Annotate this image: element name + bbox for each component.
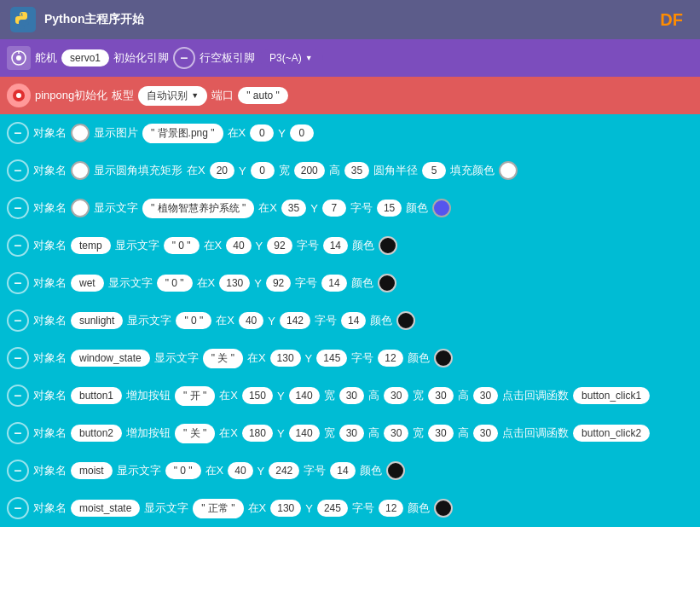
fsval-3[interactable]: 14 — [323, 237, 348, 254]
obj-pill-10[interactable]: moist_state — [71, 500, 140, 517]
xval-7[interactable]: 150 — [242, 387, 273, 404]
xval-2[interactable]: 35 — [281, 200, 306, 217]
value-pill-5[interactable]: " 0 " — [176, 312, 211, 329]
minus-icon-8[interactable]: – — [7, 422, 29, 444]
hval-1[interactable]: 35 — [344, 162, 369, 179]
yval-7[interactable]: 140 — [289, 387, 320, 404]
auto-recognize-dropdown[interactable]: 自动识别 ▼ — [138, 86, 207, 106]
prefix-5: 对象名 — [33, 313, 67, 328]
obj-pill-7[interactable]: button1 — [71, 387, 122, 404]
value-pill-2[interactable]: " 植物智慧养护系统 " — [142, 199, 254, 218]
value-pill-7[interactable]: " 开 " — [175, 386, 215, 406]
board-label: 板型 — [112, 88, 134, 103]
wval-7[interactable]: 30 — [428, 387, 453, 404]
minus-icon-9[interactable]: – — [7, 460, 29, 482]
svg-point-4 — [16, 93, 21, 98]
fsval-2[interactable]: 15 — [377, 200, 402, 217]
color-dot-black-4[interactable] — [378, 274, 396, 292]
value-pill-8[interactable]: " 关 " — [175, 424, 215, 443]
xval-4[interactable]: 130 — [219, 275, 250, 292]
wval-8[interactable]: 30 — [339, 425, 364, 442]
main-title: Python主程序开始 — [44, 12, 144, 27]
minus-icon-7[interactable]: – — [7, 385, 29, 407]
obj-pill-3[interactable]: temp — [71, 237, 111, 254]
color-dot-black-3[interactable] — [379, 236, 397, 255]
minus-circle-servo[interactable]: – — [173, 47, 195, 69]
value-pill-0[interactable]: " 背景图.png " — [142, 124, 223, 143]
xval-6[interactable]: 130 — [270, 350, 301, 367]
fsval-5[interactable]: 14 — [341, 312, 366, 329]
minus-icon-3[interactable]: – — [7, 234, 29, 257]
hval-8[interactable]: 30 — [384, 425, 408, 442]
fsval-10[interactable]: 12 — [379, 500, 403, 517]
minus-icon-1[interactable]: – — [7, 159, 29, 182]
wval-8[interactable]: 30 — [428, 425, 453, 442]
minus-icon-4[interactable]: – — [7, 272, 29, 294]
minus-icon-10[interactable]: – — [7, 497, 29, 519]
minus-icon-5[interactable]: – — [7, 310, 29, 332]
wval-1[interactable]: 200 — [294, 162, 325, 179]
color-dot-white-2[interactable] — [71, 199, 90, 217]
obj-pill-8[interactable]: button2 — [71, 425, 122, 442]
p3-dropdown[interactable]: P3(~A) ▼ — [259, 49, 323, 67]
minus-icon-6[interactable]: – — [7, 347, 29, 369]
color-dot-white-0[interactable] — [71, 124, 90, 142]
fsval-4[interactable]: 14 — [321, 275, 346, 292]
chevron-down-icon: ▼ — [305, 54, 313, 62]
yval-9[interactable]: 242 — [269, 462, 299, 479]
xlabel-3: 在X — [204, 238, 223, 253]
value-pill-9[interactable]: " 0 " — [165, 462, 201, 479]
obj-pill-6[interactable]: window_state — [71, 350, 150, 367]
wval-7[interactable]: 30 — [339, 387, 364, 404]
cb-pill-7[interactable]: button_click1 — [573, 387, 650, 404]
data-row-5: –对象名wet显示文字" 0 "在X130Y92字号14颜色 — [0, 264, 700, 302]
hval-8[interactable]: 30 — [473, 425, 498, 442]
xval-3[interactable]: 40 — [226, 237, 251, 254]
yval-0[interactable]: 0 — [290, 124, 314, 142]
yval-1[interactable]: 0 — [251, 162, 275, 179]
color-dot-white-1[interactable] — [71, 161, 90, 180]
yval-3[interactable]: 92 — [267, 237, 292, 254]
servo1-pill[interactable]: servo1 — [61, 49, 109, 67]
xval-0[interactable]: 0 — [250, 124, 274, 142]
value-pill-10[interactable]: " 正常 " — [193, 499, 243, 518]
ylabel-1: Y — [239, 165, 246, 177]
yval-10[interactable]: 245 — [317, 500, 348, 517]
fsval-9[interactable]: 14 — [330, 462, 355, 479]
color-dot-black-9[interactable] — [386, 461, 405, 480]
hval-7[interactable]: 30 — [384, 387, 408, 404]
data-row-2: –对象名显示圆角填充矩形在X20Y0宽200高35圆角半径5填充颜色 — [0, 152, 700, 189]
obj-pill-4[interactable]: wet — [71, 275, 104, 292]
auto-port-pill[interactable]: " auto " — [238, 87, 288, 104]
yval-6[interactable]: 145 — [316, 350, 347, 367]
svg-point-1 — [16, 55, 21, 61]
fsval-6[interactable]: 12 — [378, 350, 402, 367]
value-pill-3[interactable]: " 0 " — [164, 237, 200, 254]
xval-9[interactable]: 40 — [228, 462, 252, 479]
xval-10[interactable]: 130 — [270, 500, 301, 517]
xval-5[interactable]: 40 — [239, 312, 263, 329]
obj-pill-5[interactable]: sunlight — [71, 312, 123, 329]
color-dot-black-5[interactable] — [396, 311, 415, 330]
colorlabel-4: 颜色 — [351, 275, 373, 291]
action-label-9: 显示文字 — [117, 463, 161, 478]
cb-pill-8[interactable]: button_click2 — [573, 425, 650, 442]
value-pill-4[interactable]: " 0 " — [157, 275, 193, 292]
hval-7[interactable]: 30 — [473, 387, 498, 404]
minus-icon-2[interactable]: – — [7, 197, 29, 219]
yval-5[interactable]: 142 — [280, 312, 310, 329]
obj-pill-9[interactable]: moist — [71, 462, 113, 479]
yval-8[interactable]: 140 — [289, 425, 320, 442]
xval-1[interactable]: 20 — [210, 162, 234, 179]
minus-icon-0[interactable]: – — [7, 122, 29, 144]
fslabel-3: 字号 — [297, 238, 319, 253]
value-pill-6[interactable]: " 关 " — [203, 349, 243, 368]
color-dot-blue-2[interactable] — [432, 199, 451, 217]
xval-8[interactable]: 180 — [242, 425, 273, 442]
yval-4[interactable]: 92 — [266, 275, 291, 292]
color-dot-black-10[interactable] — [434, 499, 453, 518]
rval-1[interactable]: 5 — [422, 162, 446, 179]
color-dot-black-6[interactable] — [434, 349, 453, 367]
yval-2[interactable]: 7 — [322, 200, 346, 217]
color-dot-fill-1[interactable] — [499, 161, 518, 180]
